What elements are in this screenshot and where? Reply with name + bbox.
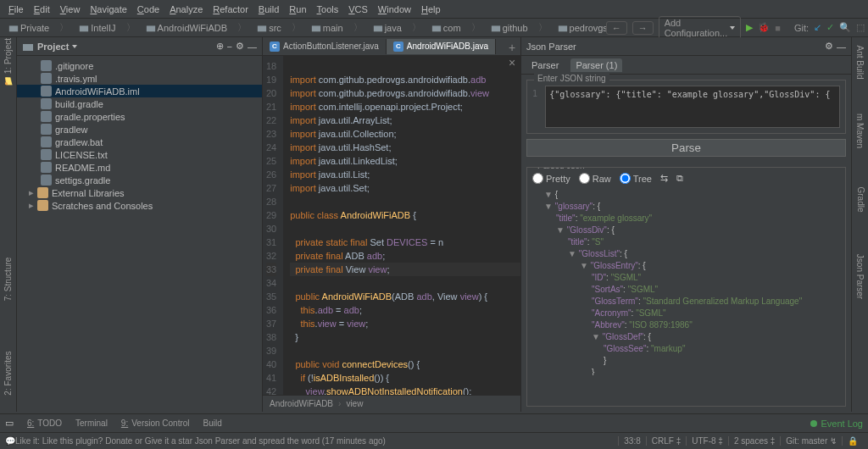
cursor-position[interactable]: 33:8 <box>618 436 645 446</box>
file-settigs-gradle[interactable]: settigs.gradle <box>17 174 262 186</box>
json-input[interactable] <box>545 86 840 128</box>
menu-vcs[interactable]: VCS <box>343 4 373 14</box>
editor-close-icon[interactable]: × <box>505 56 519 69</box>
breadcrumb-item[interactable]: pedrovgs <box>553 23 606 33</box>
line-ending[interactable]: CRLF ‡ <box>646 436 686 446</box>
forward-button[interactable]: → <box>632 21 654 35</box>
left-tool-strip: 📁 1: Project 7: Structure 2: Favorites <box>0 37 17 412</box>
line-numbers: 1819202122232425262728293031323334353637… <box>263 56 283 395</box>
project-view-dropdown[interactable] <box>72 45 77 48</box>
tab-ActionButtonListener-java[interactable]: CActionButtonListener.java <box>263 39 387 54</box>
svg-rect-5 <box>374 25 382 31</box>
project-tool-tab[interactable]: 📁 1: Project <box>3 38 13 86</box>
json-parser-tabs: ParserParser (1) <box>521 56 851 75</box>
menu-file[interactable]: File <box>3 4 29 14</box>
ant-tool-tab[interactable]: Ant Build <box>855 45 865 79</box>
right-tool-strip: Ant Build m Maven Gradle Json Parser <box>851 37 868 412</box>
bottom-version-control[interactable]: 9: Version Control <box>121 419 190 428</box>
gear-icon[interactable]: ⚙ <box>236 41 244 52</box>
menu-code[interactable]: Code <box>132 4 164 14</box>
select-target-icon[interactable]: ⊕ <box>216 41 224 52</box>
encoding[interactable]: UTF-8 ‡ <box>686 436 728 446</box>
breadcrumb-item[interactable]: com <box>426 23 466 33</box>
file-AndroidWiFiADB-iml[interactable]: AndroidWiFiADB.iml <box>17 85 262 97</box>
expand-icon[interactable]: ⇆ <box>660 173 668 184</box>
parse-button[interactable]: Parse <box>526 139 846 157</box>
json-tree-view[interactable]: ▼ {▼ "glossary": {"title": "example glos… <box>532 189 840 375</box>
search-icon[interactable]: 🔍 <box>839 22 851 33</box>
bottom-build[interactable]: Build <box>203 419 222 428</box>
breadcrumb-item[interactable]: IntelIJ <box>74 23 120 33</box>
panel-title: Json Parser <box>526 42 576 52</box>
menu-navigate[interactable]: Navigate <box>85 4 131 14</box>
file-tree[interactable]: .gitignore.travis.ymlAndroidWiFiADB.imlb… <box>17 56 262 412</box>
hide-icon[interactable]: — <box>837 42 846 52</box>
menu-build[interactable]: Build <box>253 4 284 14</box>
favorites-tool-tab[interactable]: 2: Favorites <box>3 351 13 395</box>
svg-rect-7 <box>491 25 499 31</box>
lock-icon[interactable]: 🔒 <box>842 436 863 446</box>
file-gradlew[interactable]: gradlew <box>17 123 262 136</box>
breadcrumb-item[interactable]: java <box>368 23 407 33</box>
file--travis-yml[interactable]: .travis.yml <box>17 72 262 85</box>
tab-AndroidWiFiADB-java[interactable]: CAndroidWiFiADB.java <box>387 39 496 54</box>
menu-analyze[interactable]: Analyze <box>164 4 208 14</box>
json-tab-1[interactable]: Parser (1) <box>570 58 622 72</box>
git-branch[interactable]: Git: master ↯ <box>780 436 842 446</box>
event-log-tab[interactable]: Event Log <box>810 419 863 429</box>
indent[interactable]: 2 spaces ‡ <box>728 436 780 446</box>
notification-icon[interactable]: 💬 <box>5 436 15 446</box>
viewmode-tree[interactable]: Tree <box>620 173 652 184</box>
viewmode-pretty[interactable]: Pretty <box>532 173 570 184</box>
bottom-terminal[interactable]: Terminal <box>75 419 108 428</box>
gradle-tool-tab[interactable]: Gradle <box>855 186 865 212</box>
breadcrumb-item[interactable]: github <box>486 23 533 33</box>
tree-external-libraries[interactable]: ▸ External Libraries <box>17 186 262 199</box>
run-config-dropdown[interactable]: Add Configuration... <box>659 16 742 40</box>
git-commit-icon[interactable]: ✓ <box>826 22 834 33</box>
menu-tools[interactable]: Tools <box>312 4 344 14</box>
maven-tool-tab[interactable]: m Maven <box>855 114 865 148</box>
breadcrumb-item[interactable]: main <box>306 23 348 33</box>
structure-tool-tab[interactable]: 7: Structure <box>3 258 13 302</box>
jsonparser-tool-tab[interactable]: Json Parser <box>855 254 865 299</box>
gear-icon[interactable]: ⚙ <box>825 41 833 52</box>
file-README-md[interactable]: README.md <box>17 161 262 174</box>
file-build-gradle[interactable]: build.gradle <box>17 97 262 110</box>
svg-rect-4 <box>312 25 320 31</box>
json-tab-0[interactable]: Parser <box>526 58 564 72</box>
menu-view[interactable]: View <box>55 4 86 14</box>
menu-edit[interactable]: Edit <box>29 4 55 14</box>
breadcrumb-item[interactable]: AndroidWiFiADB <box>141 23 233 33</box>
settings-icon[interactable]: ⬚ <box>856 22 865 33</box>
run-icon[interactable]: ▶ <box>746 22 753 33</box>
collapse-icon[interactable]: − <box>227 42 232 52</box>
menu-refactor[interactable]: Refactor <box>208 4 253 14</box>
debug-icon[interactable]: 🐞 <box>758 22 770 33</box>
breadcrumb-item[interactable]: src <box>252 23 287 33</box>
menu-run[interactable]: Run <box>284 4 311 14</box>
file--gitignore[interactable]: .gitignore <box>17 59 262 72</box>
svg-rect-1 <box>80 25 88 31</box>
hide-icon[interactable]: — <box>248 42 257 52</box>
file-gradle-properties[interactable]: gradle.properties <box>17 110 262 123</box>
crumb-class[interactable]: AndroidWiFiADB <box>270 399 333 408</box>
menu-window[interactable]: Window <box>373 4 416 14</box>
svg-rect-8 <box>558 25 566 31</box>
breadcrumb-item[interactable]: Private <box>3 23 54 33</box>
editor-add-icon[interactable]: + <box>505 41 519 54</box>
navigation-bar: Private〉IntelIJ〉AndroidWiFiADB〉src〉main〉… <box>0 19 868 37</box>
crumb-member[interactable]: view <box>346 399 363 408</box>
toolstrip-icon[interactable]: ▭ <box>5 418 14 429</box>
bottom-todo[interactable]: 6: TODO <box>27 419 62 428</box>
file-gradlew-bat[interactable]: gradlew.bat <box>17 136 262 148</box>
viewmode-raw[interactable]: Raw <box>579 173 611 184</box>
git-update-icon[interactable]: ↙ <box>814 22 821 33</box>
back-button[interactable]: ← <box>606 21 627 35</box>
file-LICENSE-txt[interactable]: LICENSE.txt <box>17 148 262 161</box>
menu-help[interactable]: Help <box>416 4 446 14</box>
copy-icon[interactable]: ⧉ <box>676 173 683 184</box>
svg-rect-6 <box>432 25 441 31</box>
code-editor[interactable]: import com.github.pedrovgs.androidwifiad… <box>283 56 520 395</box>
tree-scratches-and-consoles[interactable]: ▸ Scratches and Consoles <box>17 199 262 212</box>
